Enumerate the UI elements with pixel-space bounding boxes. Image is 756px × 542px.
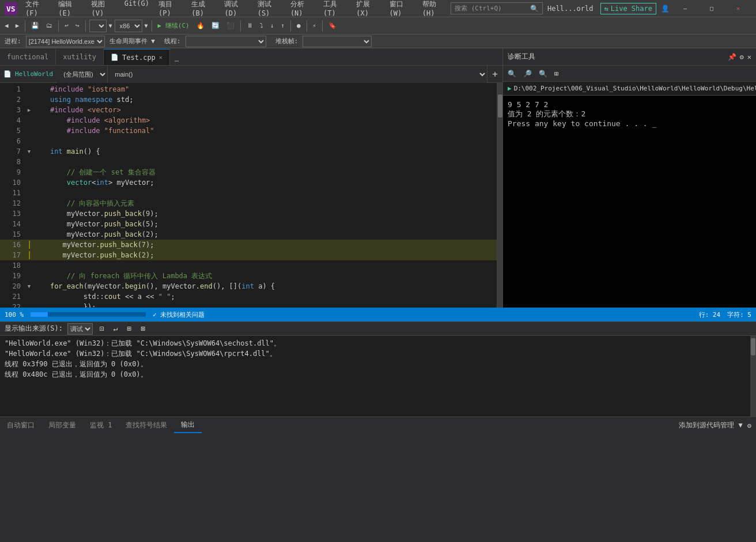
toolbar-restart[interactable]: 🔄 <box>209 21 222 31</box>
scope-dropdown[interactable]: (全局范围) <box>56 66 108 83</box>
stack-dropdown[interactable] <box>303 36 372 47</box>
toolbar-save[interactable]: 💾 <box>29 21 41 31</box>
diag-zoom-out[interactable]: 🔍 <box>536 69 550 79</box>
toolbar-stop[interactable]: ⬛ <box>224 21 237 31</box>
toolbar-pause[interactable]: ⏸ <box>244 21 255 31</box>
toolbar-step-out[interactable]: ↑ <box>278 21 287 31</box>
liveshare-button[interactable]: ⇆ Live Share <box>600 3 656 14</box>
toolbar-redo[interactable]: ↪ <box>73 21 82 31</box>
search-icon: 🔍 <box>530 5 539 13</box>
editor-scrollbar[interactable] <box>497 83 502 308</box>
toolbar-diag[interactable]: ⚡ <box>311 21 319 30</box>
maximize-button[interactable]: □ <box>698 0 725 17</box>
toolbar-back[interactable]: ◀ <box>2 21 11 31</box>
output-clear-btn[interactable]: ⊡ <box>97 323 107 334</box>
function-dropdown[interactable]: main() <box>108 66 487 83</box>
output-wrap-btn[interactable]: ↵ <box>111 323 120 334</box>
svg-text:VS: VS <box>6 5 16 13</box>
process-label: 进程: <box>5 37 21 46</box>
menu-window[interactable]: 窗口(W) <box>385 0 418 18</box>
tab-xutility[interactable]: xutility <box>56 49 104 65</box>
console-line-1: 9 5 2 7 2 <box>508 100 751 109</box>
toolbar-breakpoint[interactable]: ● <box>294 21 303 31</box>
code-line-10: 10 vector<int> myVector; <box>0 177 497 188</box>
output-extra-btn[interactable]: ⊠ <box>138 323 148 334</box>
menu-debug[interactable]: 调试(D) <box>220 0 252 18</box>
code-line-22: 22 }); <box>0 302 497 308</box>
output-content: "HelloWorld.exe" (Win32)：已加载 "C:\Windows… <box>0 336 756 416</box>
bottom-tab-locals[interactable]: 局部变量 <box>41 418 83 433</box>
status-right: 行: 24 字符: 5 <box>699 310 751 319</box>
minimize-button[interactable]: — <box>672 0 698 17</box>
thread-dropdown[interactable] <box>186 36 266 47</box>
tab-add-button[interactable]: ⋯ <box>170 57 183 65</box>
nav-add-btn[interactable]: + <box>487 69 502 79</box>
output-source-dropdown[interactable]: 调试 <box>67 323 93 335</box>
toolbar: ◀ ▶ 💾 🗂 ↩ ↪ Debug ▼ x86 ▼ ▶ 继续(C) 🔥 🔄 ⬛ … <box>0 17 756 35</box>
toolbar-fire[interactable]: 🔥 <box>194 21 207 31</box>
collapse-7[interactable]: ▼ <box>28 146 31 157</box>
arch-dropdown[interactable]: x86 <box>115 20 142 32</box>
diag-pin-icon[interactable]: 📌 <box>728 53 736 61</box>
menu-view[interactable]: 视图(V) <box>86 0 119 18</box>
menu-git[interactable]: Git(G) <box>120 0 154 18</box>
diag-settings-icon[interactable]: ⚙ <box>740 53 744 61</box>
collapse-3[interactable]: ▶ <box>28 105 31 115</box>
config-dropdown[interactable]: Debug <box>89 20 107 32</box>
menu-help[interactable]: 帮助(H) <box>418 0 451 18</box>
bottom-settings-icon[interactable]: ⚙ <box>747 422 751 430</box>
source-control-btn[interactable]: 添加到源代码管理 ▼ <box>679 420 742 430</box>
toolbar-step-over[interactable]: ⤵ <box>258 21 266 31</box>
file-label: HelloWorld <box>15 70 53 78</box>
menu-project[interactable]: 项目(P) <box>154 0 187 18</box>
code-line-6: 6 <box>0 136 497 146</box>
tab-icon: 📄 <box>111 54 119 61</box>
account-icon[interactable]: 👤 <box>661 5 670 13</box>
toolbar-bookmark[interactable]: 🔖 <box>326 21 339 31</box>
diag-close-icon[interactable]: ✕ <box>747 53 751 61</box>
tab-test-cpp-label: Test.cpp <box>122 54 156 62</box>
output-scrollbar[interactable] <box>750 336 756 416</box>
toolbar-step-in[interactable]: ↓ <box>268 21 277 31</box>
menu-edit[interactable]: 编辑(E) <box>54 0 86 18</box>
main-area: functional xutility 📄 Test.cpp ✕ ⋯ 📄 Hel… <box>0 48 756 308</box>
scrollbar-thumb[interactable] <box>498 94 502 118</box>
code-lines: 1 #include "iostream" 2 using namespace … <box>0 83 497 308</box>
diag-search-icon[interactable]: 🔍 <box>505 69 519 79</box>
close-button[interactable]: ✕ <box>725 0 751 17</box>
menu-extensions[interactable]: 扩展(X) <box>351 0 384 18</box>
toolbar-undo[interactable]: ↩ <box>62 21 71 31</box>
menu-analyze[interactable]: 分析(N) <box>286 0 319 18</box>
menu-bar: 文件(F) 编辑(E) 视图(V) Git(G) 项目(P) 生成(B) 调试(… <box>21 0 451 18</box>
tab-test-cpp[interactable]: 📄 Test.cpp ✕ <box>104 49 170 65</box>
toolbar-save-all[interactable]: 🗂 <box>44 21 55 31</box>
continue-button[interactable]: ▶ 继续(C) <box>156 20 192 31</box>
diag-zoom-in[interactable]: 🔎 <box>521 69 534 79</box>
output-line-4: 线程 0x480c 已退出，返回值为 0 (0x0)。 <box>5 369 751 380</box>
bottom-tab-watch[interactable]: 监视 1 <box>83 418 119 433</box>
menu-tools[interactable]: 工具(T) <box>319 0 351 18</box>
scroll-thumb[interactable] <box>31 312 48 317</box>
bottom-tab-output[interactable]: 输出 <box>174 418 202 433</box>
menu-build[interactable]: 生成(B) <box>187 0 220 18</box>
bottom-tab-find-symbol[interactable]: 查找符号结果 <box>119 418 174 433</box>
toolbar-forward[interactable]: ▶ <box>13 21 22 31</box>
diagnostics-panel: 诊断工具 📌 ⚙ ✕ 🔍 🔎 🔍 ⊞ ▶ D:\002_Project\006_… <box>502 48 756 308</box>
tab-functional[interactable]: functional <box>0 49 56 65</box>
output-line-3: 线程 0x3f90 已退出，返回值为 0 (0x0)。 <box>5 359 751 369</box>
process-dropdown[interactable]: [21744] HelloWorld.exe <box>26 36 105 47</box>
code-line-18: 18 <box>0 260 497 271</box>
liveshare-label: Live Share <box>611 5 652 13</box>
output-scroll-thumb[interactable] <box>751 338 755 355</box>
diag-toolbar: 🔍 🔎 🔍 ⊞ <box>503 66 756 82</box>
diag-filter[interactable]: ⊞ <box>552 69 561 79</box>
bottom-tab-auto[interactable]: 自动窗口 <box>0 418 41 433</box>
menu-test[interactable]: 测试(S) <box>253 0 286 18</box>
toolbar-sep-8 <box>322 20 323 32</box>
menu-file[interactable]: 文件(F) <box>21 0 54 18</box>
search-box[interactable]: 搜索 (Ctrl+Q) 🔍 <box>451 2 543 14</box>
collapse-20[interactable]: ▼ <box>28 281 31 291</box>
code-line-20: 20▼ for_each(myVector.begin(), myVector.… <box>0 281 497 291</box>
output-filter-btn[interactable]: ⊞ <box>125 323 134 334</box>
tab-close-icon[interactable]: ✕ <box>159 54 162 60</box>
